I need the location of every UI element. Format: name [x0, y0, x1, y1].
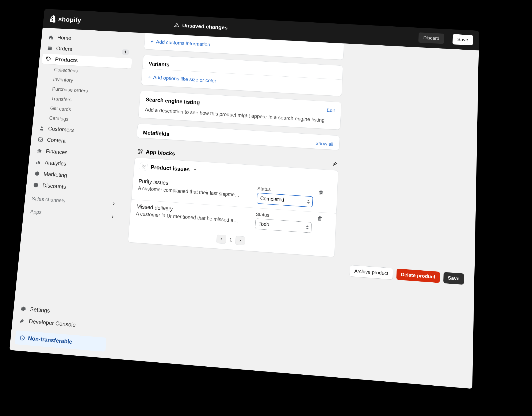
gear-icon	[20, 305, 27, 312]
card-title: Variants	[148, 61, 170, 68]
status-select[interactable]: Todo	[255, 218, 312, 233]
main-content: + Add customs information Variants + Add…	[110, 33, 479, 389]
bars-icon	[35, 159, 41, 165]
chevron-down-icon	[193, 167, 198, 172]
info-icon	[19, 335, 25, 341]
card-title: Metafields	[143, 129, 170, 137]
app-block-icon	[140, 162, 148, 170]
image-icon	[37, 136, 44, 142]
chevron-right-icon	[110, 214, 115, 221]
sidebar-item-label: Products	[55, 56, 78, 64]
sidebar-item-label: Content	[47, 137, 66, 144]
variants-card: Variants + Add options like size or colo…	[141, 55, 343, 96]
archive-product-button[interactable]: Archive product	[350, 265, 393, 280]
heading-label: App blocks	[146, 149, 175, 157]
status-select[interactable]: Completed	[256, 193, 313, 208]
unsaved-label: Unsaved changes	[182, 22, 228, 31]
sidebar-item-label: Finances	[46, 148, 68, 156]
app-blocks-icon	[137, 149, 143, 154]
svg-rect-16	[144, 165, 145, 166]
plus-icon: +	[147, 74, 151, 80]
svg-point-1	[41, 126, 43, 128]
svg-rect-14	[138, 152, 140, 154]
sidebar-heading-label: Apps	[30, 208, 42, 215]
person-icon	[39, 125, 45, 131]
delete-issue-button[interactable]	[317, 216, 330, 223]
tag-icon	[46, 56, 52, 62]
show-all-link[interactable]: Show all	[315, 140, 333, 147]
svg-rect-5	[38, 161, 39, 164]
plus-icon: +	[150, 38, 154, 45]
sidebar-item-label: Developer Console	[28, 318, 76, 328]
logo: shopify	[49, 15, 81, 24]
select-caret-icon	[307, 200, 310, 204]
sidebar-heading-label: Sales channels	[31, 195, 66, 204]
delete-product-button[interactable]: Delete product	[396, 269, 440, 283]
page-number: 1	[229, 237, 232, 243]
target-icon	[34, 170, 40, 176]
svg-rect-12	[138, 150, 140, 151]
sidebar-item-label: Marketing	[43, 171, 67, 179]
chevron-right-icon	[111, 201, 116, 207]
prev-page-button[interactable]	[216, 235, 226, 244]
unsaved-changes: Unsaved changes	[174, 22, 228, 31]
sidebar-item-label: Analytics	[45, 159, 66, 167]
link-label: Add options like size or color	[153, 75, 217, 84]
sidebar-item-label: Home	[57, 34, 72, 41]
home-icon	[48, 34, 54, 40]
select-caret-icon	[306, 225, 309, 229]
svg-rect-6	[39, 161, 40, 164]
edit-link[interactable]: Edit	[327, 107, 335, 113]
save-button-top[interactable]: Save	[452, 34, 473, 45]
svg-rect-17	[142, 167, 143, 168]
pin-icon[interactable]	[332, 161, 337, 167]
delete-issue-button[interactable]	[318, 190, 332, 197]
bank-icon	[36, 148, 43, 154]
sidebar-item-label: Settings	[30, 306, 50, 314]
link-label: Add customs information	[156, 39, 210, 47]
discount-icon	[33, 182, 39, 188]
banner-label: Non-transferable	[28, 335, 72, 346]
shopify-bag-icon	[49, 15, 57, 23]
card-title: Search engine listing	[145, 96, 200, 106]
svg-rect-15	[142, 165, 143, 166]
orders-badge: 1	[122, 49, 129, 55]
discard-button[interactable]: Discard	[418, 32, 444, 44]
svg-rect-2	[38, 138, 43, 142]
brand-name: shopify	[58, 15, 81, 24]
warning-icon	[174, 22, 180, 28]
svg-point-8	[36, 173, 38, 174]
sidebar-item-label: Customers	[48, 125, 74, 133]
next-page-button[interactable]	[235, 236, 245, 245]
sidebar-item-label: Discounts	[42, 182, 66, 190]
product-issues-app-card: Product issues Purity issues A customer …	[128, 157, 339, 257]
svg-point-3	[39, 138, 40, 139]
non-transferable-banner[interactable]: Non-transferable	[15, 330, 106, 352]
sidebar-item-label: Orders	[56, 45, 73, 52]
save-button-footer[interactable]: Save	[443, 272, 464, 285]
svg-rect-4	[36, 162, 37, 164]
seo-card: Search engine listing Edit Add a descrip…	[138, 91, 342, 130]
app-title: Product issues	[151, 164, 190, 173]
svg-rect-13	[141, 150, 142, 151]
wrench-icon	[19, 317, 26, 324]
inbox-icon	[47, 45, 53, 51]
select-value: Todo	[258, 221, 269, 227]
svg-rect-18	[144, 167, 145, 168]
select-value: Completed	[260, 195, 284, 203]
